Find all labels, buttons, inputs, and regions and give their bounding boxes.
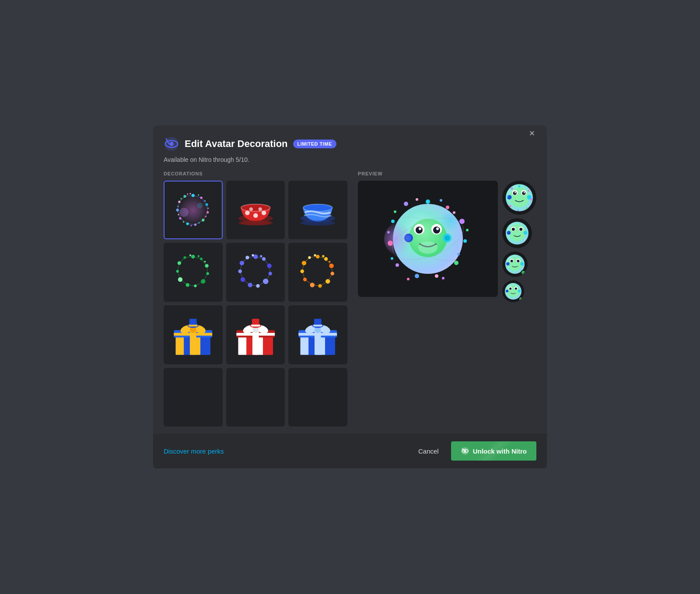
decoration-item-gift-red[interactable]	[226, 305, 285, 364]
modal: Edit Avatar Decoration LIMITED TIME Avai…	[153, 126, 547, 469]
svg-point-28	[181, 198, 182, 199]
svg-point-49	[194, 285, 196, 287]
svg-rect-101	[238, 335, 246, 355]
svg-point-149	[387, 231, 390, 234]
svg-point-66	[238, 269, 242, 273]
preview-avatar-small-1	[506, 184, 533, 211]
footer-actions: Cancel Unlock with Nitro	[411, 441, 536, 461]
svg-point-169	[522, 191, 525, 195]
svg-point-83	[322, 255, 325, 257]
svg-point-144	[466, 229, 469, 231]
limited-time-badge: LIMITED TIME	[293, 140, 336, 148]
svg-rect-115	[301, 335, 309, 355]
svg-point-25	[183, 221, 184, 223]
svg-point-142	[404, 202, 408, 206]
svg-point-146	[442, 277, 444, 280]
svg-point-50	[186, 283, 189, 287]
svg-point-200	[515, 287, 517, 290]
svg-point-36	[258, 207, 262, 211]
svg-point-157	[433, 227, 440, 234]
svg-point-140	[388, 241, 393, 246]
decoration-item-gift-blue[interactable]	[288, 305, 347, 364]
modal-footer: Discover more perks Cancel Unlock with N…	[153, 433, 547, 468]
svg-point-57	[204, 261, 206, 263]
svg-point-78	[303, 278, 307, 281]
svg-point-159	[436, 227, 439, 230]
svg-point-195	[520, 262, 523, 265]
svg-point-148	[391, 257, 393, 260]
svg-point-23	[198, 222, 200, 224]
decoration-item-blue-teacup[interactable]	[288, 181, 347, 240]
preview-sizes	[502, 181, 536, 302]
svg-point-59	[262, 257, 266, 261]
svg-point-158	[419, 227, 421, 230]
svg-point-80	[302, 261, 306, 266]
svg-point-172	[507, 195, 511, 199]
decoration-item-empty-1[interactable]	[164, 368, 223, 427]
svg-point-29	[187, 193, 188, 195]
svg-point-79	[301, 269, 304, 273]
modal-header: Edit Avatar Decoration LIMITED TIME Avai…	[153, 126, 547, 171]
svg-point-187	[507, 231, 511, 234]
svg-point-68	[245, 256, 249, 259]
svg-point-164	[444, 235, 450, 241]
svg-point-52	[176, 270, 179, 273]
svg-point-173	[527, 195, 532, 199]
svg-point-51	[178, 277, 182, 282]
svg-point-69	[252, 254, 254, 256]
preview-main	[358, 181, 498, 297]
svg-point-76	[318, 284, 322, 288]
svg-point-60	[267, 264, 271, 268]
svg-point-44	[191, 255, 195, 259]
svg-point-182	[509, 224, 525, 241]
decoration-item-red-teacup[interactable]	[226, 181, 285, 240]
svg-point-138	[415, 274, 419, 278]
svg-point-188	[524, 231, 528, 234]
svg-point-135	[463, 239, 467, 243]
svg-point-192	[511, 259, 513, 262]
svg-point-141	[391, 220, 395, 223]
decoration-item-empty-3[interactable]	[288, 368, 347, 427]
svg-point-75	[326, 279, 330, 283]
frog-icon-size2	[506, 222, 528, 245]
svg-point-196	[507, 285, 519, 297]
modal-body: DECORATIONS	[153, 171, 547, 427]
nitro-icon-unlock	[461, 447, 469, 455]
cancel-button[interactable]: Cancel	[411, 443, 446, 459]
svg-point-194	[506, 262, 509, 265]
green-dots-ring-icon	[170, 249, 216, 295]
svg-point-168	[513, 191, 517, 195]
svg-point-35	[249, 207, 252, 211]
decoration-item-empty-2[interactable]	[226, 368, 285, 427]
svg-point-201	[506, 290, 508, 292]
decoration-item-green-ring[interactable]	[164, 243, 223, 302]
svg-point-24	[191, 225, 192, 226]
discover-perks-link[interactable]: Discover more perks	[164, 447, 224, 455]
svg-point-133	[446, 206, 449, 209]
decoration-item-gift-yellow[interactable]	[164, 305, 223, 364]
decorations-grid	[164, 181, 347, 427]
svg-point-160	[418, 241, 438, 254]
decoration-item-gold-ring[interactable]	[288, 243, 347, 302]
svg-point-151	[416, 198, 418, 201]
svg-rect-113	[251, 325, 260, 326]
svg-point-165	[509, 187, 529, 207]
svg-point-199	[509, 287, 511, 290]
svg-point-62	[263, 279, 269, 284]
svg-point-39	[238, 220, 273, 226]
svg-point-202	[518, 290, 521, 292]
pink-dots-ring-icon	[170, 187, 216, 233]
close-button[interactable]: ×	[524, 126, 540, 141]
svg-point-67	[239, 261, 244, 266]
decoration-item-blue-ring[interactable]	[226, 243, 285, 302]
svg-point-132	[426, 199, 430, 204]
unlock-button[interactable]: Unlock with Nitro	[451, 441, 536, 461]
online-status-dot-2	[518, 297, 523, 301]
svg-point-46	[205, 264, 208, 268]
svg-point-43	[301, 220, 335, 226]
preview-avatar	[393, 204, 463, 274]
decoration-item-pink-ring[interactable]	[164, 181, 223, 240]
svg-point-84	[329, 261, 331, 263]
svg-point-58	[253, 255, 258, 259]
svg-rect-104	[263, 335, 273, 355]
